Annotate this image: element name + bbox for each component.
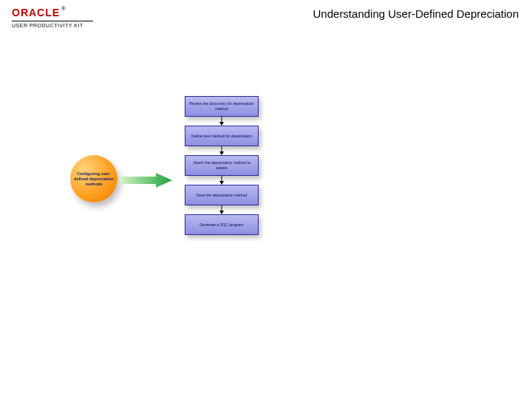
flow-step: Review the data entry for depreciation m…	[185, 96, 259, 117]
flow-step-label: Define new method for depreciation	[191, 134, 252, 139]
flow-step-label: Review the data entry for depreciation m…	[188, 101, 256, 112]
flow-step: Define new method for depreciation	[185, 126, 259, 146]
flow-step: Save the depreciation method	[185, 185, 259, 205]
flow-step: Generate a SQC program	[185, 214, 259, 235]
big-arrow-icon	[120, 173, 172, 188]
flow-step-label: Save the depreciation method	[197, 193, 248, 198]
logo-divider	[12, 21, 93, 21]
start-circle: Configuring user-defined depreciation me…	[70, 155, 117, 202]
flow-step-label: Attach the depreciation method to assets	[188, 160, 256, 171]
oracle-logo: ORACLE® USER PRODUCTIVITY KIT	[12, 6, 93, 28]
flow-diagram: Configuring user-defined depreciation me…	[70, 96, 292, 281]
flow-steps: Review the data entry for depreciation m…	[177, 96, 266, 235]
product-name: USER PRODUCTIVITY KIT	[12, 23, 93, 28]
start-circle-label: Configuring user-defined depreciation me…	[73, 171, 115, 187]
trademark-symbol: ®	[61, 6, 65, 11]
flow-step-label: Generate a SQC program	[200, 222, 243, 228]
svg-marker-0	[120, 173, 172, 188]
flow-step: Attach the depreciation method to assets	[185, 155, 259, 176]
brand-word: ORACLE	[12, 7, 60, 18]
header: ORACLE® USER PRODUCTIVITY KIT Understand…	[0, 0, 532, 30]
page-title: Understanding User-Defined Depreciation	[313, 7, 519, 20]
